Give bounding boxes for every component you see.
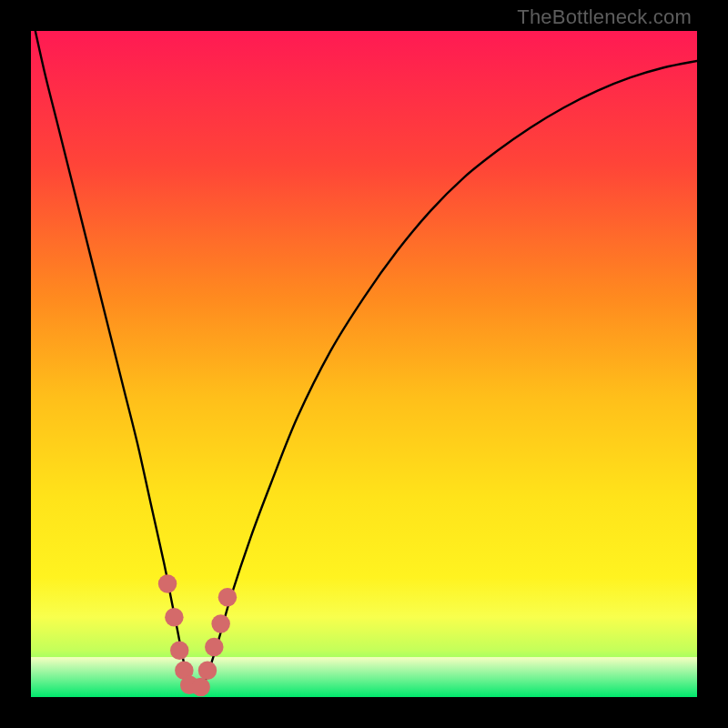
bottleneck-chart [31, 31, 697, 697]
highlight-dot [191, 678, 209, 696]
gradient-background [31, 31, 697, 697]
highlight-dot [211, 614, 229, 632]
watermark-text: TheBottleneck.com [517, 5, 692, 29]
green-band [31, 657, 697, 697]
chart-area [31, 31, 697, 697]
highlight-dot [170, 642, 188, 660]
highlight-dot [218, 588, 237, 606]
highlight-dot [205, 638, 223, 656]
highlight-dot [198, 661, 217, 679]
highlight-dot [158, 574, 177, 592]
highlight-dot [165, 608, 183, 626]
